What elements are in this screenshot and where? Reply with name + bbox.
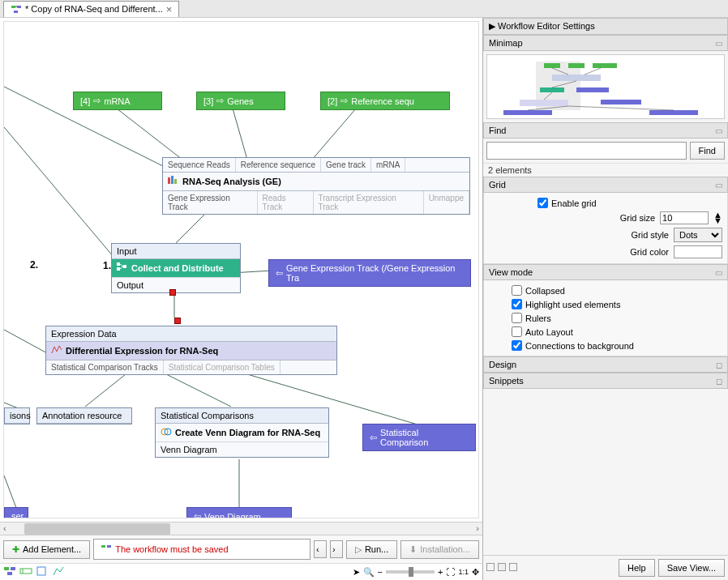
port-sequence-reads[interactable]: Sequence Reads [163,158,236,172]
zoom-in-icon[interactable]: + [438,567,443,577]
settings-pane: ▶ Workflow Editor Settings Minimap ▭ [483,18,728,580]
svg-rect-47 [649,110,698,115]
expand-icon[interactable]: ◻ [716,360,722,369]
port-transcript-track[interactable]: Transcript Expression Track [314,191,424,214]
input-node-genes[interactable]: [3] ⇨ Genes [196,92,285,110]
add-element-button[interactable]: ✚ Add Element... [3,540,90,559]
connbg-checkbox[interactable] [512,340,522,351]
svg-rect-33 [7,572,12,575]
enable-grid-checkbox[interactable] [537,198,548,208]
tab-title: * Copy of RNA-Seq and Different... [25,4,163,14]
connection-handle[interactable] [169,289,176,296]
svg-line-53 [568,106,674,110]
node-rnaseq-analysis[interactable]: Sequence Reads Reference sequence Gene t… [162,157,470,215]
autolayout-checkbox[interactable] [512,326,522,337]
scrollbar-thumb[interactable] [24,523,170,535]
status-message: The workflow must be saved [93,539,310,560]
design-header[interactable]: Design ◻ [483,356,728,373]
svg-rect-30 [107,545,111,548]
port-reference-seq[interactable]: Reference sequence [236,158,321,172]
grid-header[interactable]: Grid ▭ [483,177,728,193]
tool-icon-3[interactable] [509,563,517,573]
horizontal-scrollbar[interactable]: › ‹ [0,522,482,535]
input-node-mrna[interactable]: [4] ⇨ mRNA [73,92,162,110]
collapse-icon[interactable]: ▭ [715,39,722,48]
port-stat-tracks[interactable]: Statistical Comparison Tracks [46,360,164,374]
find-input[interactable] [486,142,687,160]
spinner-buttons[interactable]: ▲▼ [713,212,722,224]
chevron-left-icon[interactable]: ‹ [3,523,6,533]
minimap-header[interactable]: Minimap ▭ [483,35,728,51]
output-stub-browser[interactable]: ser [4,507,28,518]
collapse-icon[interactable]: ▭ [715,181,722,190]
pointer-icon[interactable]: ➤ [353,567,360,578]
port-gene-track[interactable]: Gene track [321,158,371,172]
pan-icon[interactable]: ✥ [472,567,479,578]
fit-icon[interactable]: ⛶ [446,567,455,577]
zoom-ratio[interactable]: 1:1 [458,568,469,576]
collapse-icon[interactable]: ▭ [715,126,722,135]
port-expression-data[interactable]: Expression Data [46,326,336,342]
grid-color-swatch[interactable] [674,245,722,258]
node-differential-expression[interactable]: Expression Data Differential Expression … [45,326,337,375]
node-venn-diagram[interactable]: Statistical Comparisons Create Venn Diag… [155,407,329,458]
find-header[interactable]: Find ▭ [483,122,728,139]
grid-style-select[interactable]: Dots [674,228,722,242]
port-ge-track[interactable]: Gene Expression Track [163,191,258,214]
svg-rect-2 [14,11,18,13]
svg-line-4 [109,103,182,160]
workflow-canvas[interactable]: 2. 1. [4] ⇨ mRNA [3] ⇨ Genes [2] ⇨ Refer… [3,21,479,518]
zoom-icon[interactable]: 🔍 [363,567,375,578]
port-stat-comparisons[interactable]: Statistical Comparisons [156,408,328,424]
expand-icon[interactable]: ◻ [716,377,722,386]
find-button[interactable]: Find [690,142,725,160]
collapsed-checkbox[interactable] [512,285,522,296]
zoom-slider[interactable] [386,570,435,574]
arrow-left-icon: ⇦ [370,433,377,443]
viewmode-header[interactable]: View mode ▭ [483,264,728,280]
view-icon-4[interactable] [52,565,65,578]
install-icon: ⬇ [409,544,417,555]
node-annotation-resource[interactable]: Annotation resource [36,407,132,424]
run-button[interactable]: ▷ Run... [346,540,397,559]
view-icon-2[interactable] [19,565,32,578]
close-icon[interactable]: × [166,3,173,15]
grid-size-input[interactable] [660,211,709,224]
node-stub-left1[interactable]: isons [4,407,30,424]
help-button[interactable]: Help [619,559,655,577]
output-stat-comparison[interactable]: ⇦ Statistical Comparison [362,424,476,451]
tool-icon-2[interactable] [498,563,506,573]
node-collect-distribute[interactable]: Input Collect and Distribute Output [111,243,241,293]
next-button[interactable]: › [330,540,343,558]
arrow-left-icon: ⇦ [276,268,283,279]
highlight-checkbox[interactable] [512,299,522,309]
port-venn-out[interactable]: Venn Diagram [156,441,328,457]
snippets-header[interactable]: Snippets ◻ [483,373,728,389]
port-unmapped[interactable]: Unmappe [424,191,469,214]
tool-icon-1[interactable] [486,563,495,573]
prev-button[interactable]: ‹ [314,540,327,558]
svg-rect-19 [168,177,170,184]
view-icon-1[interactable] [3,565,16,578]
chevron-right-icon[interactable]: › [476,523,479,533]
output-venn-diagram[interactable]: ⇦ Venn Diagram [186,507,292,518]
connection-handle[interactable] [174,318,181,324]
minimap-view[interactable] [486,54,725,119]
svg-line-18 [4,476,16,508]
port-output[interactable]: Output [112,277,240,292]
save-view-button[interactable]: Save View... [658,559,725,577]
collapse-icon[interactable]: ▭ [715,268,722,277]
port-reads-track[interactable]: Reads Track [258,191,314,214]
rulers-checkbox[interactable] [512,313,522,323]
port-mrna[interactable]: mRNA [371,158,405,172]
document-tab[interactable]: * Copy of RNA-Seq and Different... × [3,1,179,17]
installation-button[interactable]: ⬇ Installation... [400,540,479,559]
input-node-reference[interactable]: [2] ⇨ Reference sequ [320,92,450,110]
port-stat-tables[interactable]: Statistical Comparison Tables [164,360,280,374]
arrow-right-icon: ⇨ [340,96,348,106]
view-icon-3[interactable] [36,565,49,578]
collect-icon [117,262,128,274]
output-gene-expr-track[interactable]: ⇦ Gene Expression Track (/Gene Expressio… [268,259,471,287]
zoom-out-icon[interactable]: − [378,567,383,577]
port-input[interactable]: Input [112,244,240,259]
